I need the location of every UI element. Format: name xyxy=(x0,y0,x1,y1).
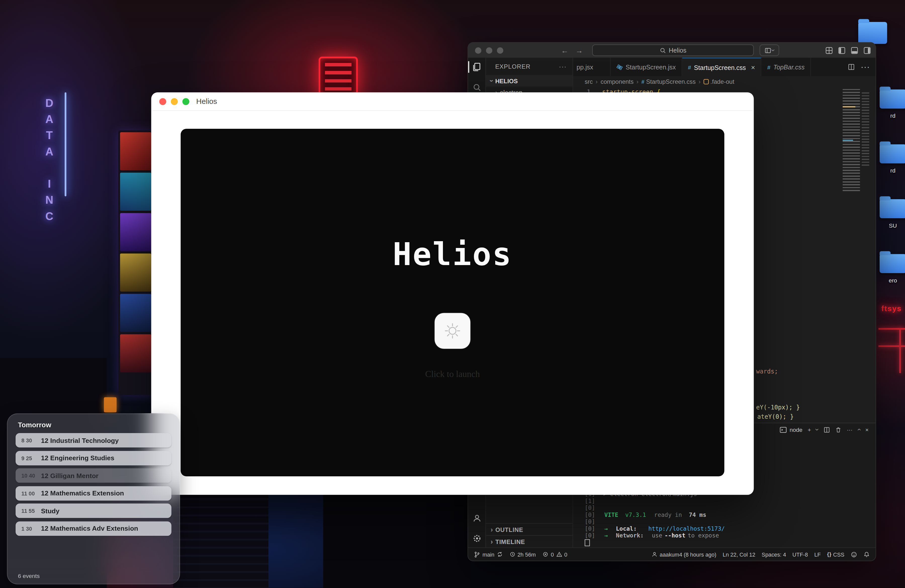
more-actions-icon[interactable]: ··· xyxy=(861,62,870,72)
tab-startupscreen-jsx[interactable]: StartupScreen.jsx xyxy=(611,58,682,76)
explorer-activity-button[interactable] xyxy=(468,62,486,72)
cursor-position[interactable]: Ln 22, Col 12 xyxy=(723,551,756,557)
helios-window: Helios Helios Click to launch xyxy=(151,92,754,495)
status-bar-right: aaakum4 (8 hours ago) Ln 22, Col 12 Spac… xyxy=(652,551,870,557)
zoom-button[interactable] xyxy=(497,47,503,53)
event-time: 9 25 xyxy=(21,455,38,461)
folder-icon xyxy=(880,145,905,164)
window-title: Helios xyxy=(196,97,217,106)
arrow-icon: → xyxy=(604,525,608,532)
minimap-highlight xyxy=(843,140,853,141)
terminal-line: [1] xyxy=(585,498,876,505)
minimap[interactable] xyxy=(840,86,873,196)
vscode-titlebar[interactable]: ← → Helios › xyxy=(468,43,876,58)
chevron-down-icon[interactable]: › xyxy=(814,429,821,431)
clock-icon xyxy=(509,551,515,557)
outline-section[interactable]: › OUTLINE xyxy=(486,523,572,535)
breadcrumb: src › components › # StartupScreen.css ›… xyxy=(573,76,876,86)
tab-topbar-css[interactable]: # TopBar.css xyxy=(762,58,811,76)
feedback-smiley-icon[interactable] xyxy=(851,551,857,557)
calendar-event[interactable]: 10 40 12 Gilligan Mentor xyxy=(16,468,171,483)
accounts-button[interactable] xyxy=(468,514,486,522)
close-button[interactable] xyxy=(475,47,481,53)
close-button[interactable] xyxy=(159,98,167,105)
more-actions-icon[interactable]: ··· xyxy=(559,63,567,70)
search-activity-button[interactable] xyxy=(468,83,486,92)
layout-control-button[interactable]: › xyxy=(759,44,779,56)
close-tab-icon[interactable]: × xyxy=(751,63,755,71)
startup-screen: Helios Click to launch xyxy=(181,129,724,476)
language-mode[interactable]: { } CSS xyxy=(827,551,845,557)
breadcrumb-file[interactable]: StartupScreen.css xyxy=(646,78,695,85)
chevron-right-icon: › xyxy=(491,526,493,533)
terminal-line-network: [0] → Network: use--hostto expose xyxy=(585,532,876,539)
settings-button[interactable] xyxy=(468,534,486,543)
chevron-right-icon: › xyxy=(699,78,701,85)
event-title: 12 Mathematics Extension xyxy=(41,489,124,497)
command-center-search[interactable]: Helios xyxy=(592,44,754,56)
calendar-event[interactable]: 8 30 12 Industrial Technology xyxy=(16,433,171,447)
new-terminal-icon[interactable]: + xyxy=(808,426,811,433)
search-value: Helios xyxy=(669,47,686,54)
calendar-widget[interactable]: Tomorrow 8 30 12 Industrial Technology 9… xyxy=(7,413,180,585)
breadcrumb-components[interactable]: components xyxy=(600,78,634,85)
chevron-down-icon: › xyxy=(770,49,777,51)
split-editor-icon[interactable] xyxy=(848,64,855,71)
timeline-section[interactable]: › TIMELINE xyxy=(486,535,572,547)
session-timer[interactable]: 2h 56m xyxy=(509,551,536,557)
css-file-icon: # xyxy=(641,78,644,84)
sidebar-bottom-sections: › OUTLINE › TIMELINE xyxy=(486,523,572,547)
history-nav: ← → xyxy=(561,46,583,54)
helios-titlebar[interactable]: Helios xyxy=(151,92,754,111)
minimap-lines xyxy=(862,92,869,167)
git-blame[interactable]: aaakum4 (8 hours ago) xyxy=(652,551,716,557)
sync-icon xyxy=(497,551,503,557)
eol[interactable]: LF xyxy=(814,551,821,557)
calendar-event[interactable]: 1 30 12 Mathematics Adv Extension xyxy=(16,521,171,536)
error-icon xyxy=(543,551,549,557)
toggle-secondary-sidebar-icon[interactable] xyxy=(864,46,871,54)
local-url-link[interactable]: http://localhost:5173/ xyxy=(648,525,725,532)
forward-icon[interactable]: → xyxy=(575,46,583,54)
event-title: 12 Gilligan Mentor xyxy=(41,472,98,479)
git-branch-indicator[interactable]: main xyxy=(474,551,503,557)
indentation[interactable]: Spaces: 4 xyxy=(762,551,786,557)
back-icon[interactable]: ← xyxy=(561,46,568,54)
explorer-root-folder[interactable]: › HELIOS xyxy=(486,75,572,86)
trash-icon[interactable] xyxy=(835,426,841,433)
tab-startupscreen-css[interactable]: # StartupScreen.css × xyxy=(682,58,762,76)
minimize-button[interactable] xyxy=(486,47,492,53)
zoom-button[interactable] xyxy=(183,98,189,105)
event-time: 11 00 xyxy=(21,490,38,496)
titlebar-layout-toggles xyxy=(825,46,871,54)
encoding[interactable]: UTF-8 xyxy=(792,551,808,557)
sun-icon xyxy=(443,322,462,340)
toggle-panel-icon[interactable] xyxy=(851,46,858,54)
minimap-highlight xyxy=(843,106,856,107)
close-panel-icon[interactable]: × xyxy=(865,426,868,433)
css-file-icon: # xyxy=(767,64,770,70)
problems-indicator[interactable]: 0 0 xyxy=(543,551,567,557)
calendar-event[interactable]: 9 25 12 Engineering Studies xyxy=(16,451,171,465)
toggle-sidebar-icon[interactable] xyxy=(838,46,846,54)
tab-bar: pp.jsx StartupScreen.jsx # StartupScreen… xyxy=(573,58,876,76)
split-terminal-icon[interactable] xyxy=(824,426,830,433)
bell-icon[interactable] xyxy=(864,551,870,557)
calendar-event[interactable]: 11 55 Study xyxy=(16,504,171,518)
breadcrumb-symbol[interactable]: .fade-out xyxy=(710,78,734,85)
more-actions-icon[interactable]: ··· xyxy=(847,426,853,433)
explorer-title: EXPLORER xyxy=(495,63,530,70)
terminal-instance[interactable]: node xyxy=(780,426,802,433)
customize-layout-icon[interactable] xyxy=(825,46,833,54)
status-bar: main 2h 56m 0 0 aaakum4 (8 hours ago) Ln… xyxy=(468,548,876,561)
launch-button[interactable] xyxy=(435,313,470,348)
calendar-event[interactable]: 11 00 12 Mathematics Extension xyxy=(16,486,171,500)
folder-icon xyxy=(880,199,905,218)
maximize-panel-icon[interactable]: › xyxy=(856,429,862,431)
tab-app-jsx[interactable]: pp.jsx xyxy=(573,58,611,76)
breadcrumb-src[interactable]: src xyxy=(585,78,593,85)
app-logo: Helios xyxy=(181,236,724,273)
minimize-button[interactable] xyxy=(171,98,178,105)
event-title: Study xyxy=(41,507,59,514)
desktop: DATA INC ftsys ad rd rd SU ero xyxy=(0,0,905,588)
